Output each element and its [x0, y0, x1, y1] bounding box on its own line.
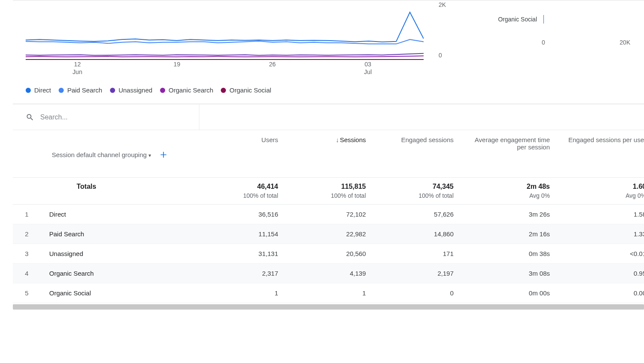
legend-item[interactable]: Paid Search	[59, 86, 102, 94]
x-tick: 12Jun	[73, 60, 83, 76]
legend-label: Unassigned	[119, 86, 152, 94]
col-header[interactable]: Engaged sessions per user	[558, 130, 644, 177]
cell: 0.95	[558, 263, 644, 283]
chart-row: 12Jun192603Jul 2K 0 Organic Search Organ…	[13, 0, 644, 77]
col-header-sorted[interactable]: ↓Sessions	[287, 130, 374, 177]
bar-x-tick: 0	[542, 39, 545, 46]
row-dimension[interactable]: Direct	[41, 204, 199, 224]
cell: 0	[374, 283, 462, 303]
legend-label: Paid Search	[67, 86, 102, 94]
scroll-thumb[interactable]	[13, 304, 644, 309]
col-label: Sessions	[340, 136, 366, 143]
legend-label: Organic Social	[229, 86, 271, 94]
row-index: 3	[13, 244, 41, 263]
x-tick: 19	[174, 60, 181, 68]
search-icon[interactable]	[26, 113, 34, 122]
horizontal-scrollbar[interactable]	[13, 304, 644, 310]
legend-dot-icon	[59, 88, 64, 93]
cell: 31,131	[199, 244, 287, 263]
chevron-down-icon: ▾	[148, 152, 151, 158]
row-dimension[interactable]: Organic Search	[41, 263, 199, 283]
sort-arrow-icon: ↓	[336, 136, 339, 143]
legend-item[interactable]: Unassigned	[110, 86, 152, 94]
data-table: Session default channel grouping▾ ＋ User…	[13, 130, 644, 303]
col-header[interactable]: Engaged sessions	[374, 130, 462, 177]
bar-x-tick: 20K	[620, 39, 630, 46]
cell: 20,560	[287, 244, 374, 263]
cell: 0.00	[558, 283, 644, 303]
row-dimension[interactable]: Paid Search	[41, 224, 199, 244]
cell: 36,516	[199, 204, 287, 224]
cell: 3m 08s	[462, 263, 558, 283]
row-index: 4	[13, 263, 41, 283]
table-row[interactable]: 2Paid Search11,15422,98214,8602m 16s1.33	[13, 224, 644, 244]
series-line	[26, 56, 424, 57]
dimension-label: Session default channel grouping	[52, 151, 147, 158]
cell: 1	[199, 283, 287, 303]
legend-item[interactable]: Organic Search	[160, 86, 213, 94]
column-divider	[199, 104, 199, 130]
y-tick: 0	[439, 52, 442, 59]
table-row[interactable]: 3Unassigned31,13120,5601710m 38s<0.01	[13, 244, 644, 263]
cell: 14,860	[374, 224, 462, 244]
bar-chart[interactable]: Organic Search Organic Social 0 20K	[469, 0, 635, 73]
legend-item[interactable]: Direct	[26, 86, 51, 94]
col-header[interactable]: Average engagement time per session	[462, 130, 558, 177]
legend-label: Direct	[34, 86, 51, 94]
search-input[interactable]	[40, 113, 177, 121]
cell: 72,102	[287, 204, 374, 224]
cell: <0.01	[558, 244, 644, 263]
dimension-header[interactable]: Session default channel grouping▾ ＋	[41, 130, 199, 177]
legend-item[interactable]: Organic Social	[221, 86, 271, 94]
x-tick: 03Jul	[364, 60, 372, 76]
cell: 1.33	[558, 224, 644, 244]
row-dimension[interactable]: Organic Social	[41, 283, 199, 303]
totals-label: Totals	[77, 183, 190, 190]
col-header[interactable]: Users	[199, 130, 287, 177]
totals-row: Totals 46,414100% of total 115,815100% o…	[13, 177, 644, 204]
cell: 1	[287, 283, 374, 303]
row-index: 5	[13, 283, 41, 303]
cell: 3m 26s	[462, 204, 558, 224]
cell: 2,317	[199, 263, 287, 283]
y-tick: 2K	[439, 1, 446, 8]
cell: 171	[374, 244, 462, 263]
cell: 11,154	[199, 224, 287, 244]
bar-label: Organic Social	[469, 16, 537, 23]
legend-dot-icon	[110, 88, 115, 93]
legend-dot-icon	[221, 88, 226, 93]
chart-legend: DirectPaid SearchUnassignedOrganic Searc…	[13, 77, 644, 103]
line-chart[interactable]: 12Jun192603Jul 2K 0	[13, 0, 439, 77]
series-line	[26, 12, 424, 42]
cell: 1.58	[558, 204, 644, 224]
series-line	[26, 54, 424, 56]
cell: 2m 16s	[462, 224, 558, 244]
cell: 0m 38s	[462, 244, 558, 263]
cell: 0m 00s	[462, 283, 558, 303]
add-dimension-button[interactable]: ＋	[158, 148, 169, 161]
cell: 4,139	[287, 263, 374, 283]
table-row[interactable]: 4Organic Search2,3174,1392,1973m 08s0.95	[13, 263, 644, 283]
bar-fill	[543, 15, 544, 24]
row-index: 2	[13, 224, 41, 244]
legend-dot-icon	[26, 88, 31, 93]
row-index: 1	[13, 204, 41, 224]
cell: 22,982	[287, 224, 374, 244]
table-row[interactable]: 1Direct36,51672,10257,6263m 26s1.58	[13, 204, 644, 224]
cell: 2,197	[374, 263, 462, 283]
cell: 57,626	[374, 204, 462, 224]
row-dimension[interactable]: Unassigned	[41, 244, 199, 263]
table-row[interactable]: 5Organic Social1100m 00s0.00	[13, 283, 644, 303]
legend-label: Organic Search	[169, 86, 213, 94]
legend-dot-icon	[160, 88, 165, 93]
search-row	[13, 104, 644, 130]
x-tick: 26	[269, 60, 276, 68]
